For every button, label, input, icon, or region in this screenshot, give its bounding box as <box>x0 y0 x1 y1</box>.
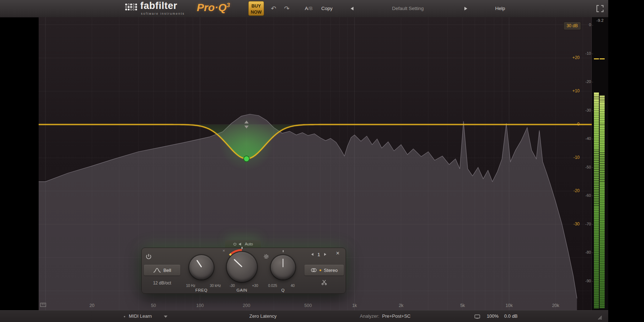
auto-gain-tab[interactable]: Auto <box>225 240 261 248</box>
undo-icon[interactable]: ↶ <box>271 5 276 13</box>
preset-next-icon[interactable] <box>464 7 467 10</box>
stereo-circles-icon <box>311 268 317 272</box>
freq-min-label: 10 Hz <box>181 284 200 288</box>
gain-knob[interactable] <box>227 252 257 282</box>
meter-scale-tick <box>592 281 593 282</box>
midi-learn-dot <box>124 316 125 317</box>
gain-knob-pointer <box>234 259 243 268</box>
meter-peak-hold-left <box>594 58 599 59</box>
midi-learn-caret-icon[interactable] <box>164 316 167 318</box>
meter-scale-tick <box>592 82 593 82</box>
help-button[interactable]: Help <box>492 5 509 12</box>
gain-max-label: +30 <box>245 284 265 288</box>
auto-gain-label: Auto <box>245 242 253 246</box>
gain-knob-x-marker: × <box>223 248 225 253</box>
analyzer-mode-button[interactable]: Pre+Post+SC <box>382 311 411 322</box>
ab-toggle[interactable]: A/B <box>305 5 313 12</box>
buy-now-button[interactable]: BUYNOW <box>248 1 264 16</box>
fabfilter-logo-icon <box>125 4 137 11</box>
meter-scale-tick <box>592 54 593 54</box>
gain-title: GAIN <box>231 288 253 292</box>
fullscreen-icon[interactable] <box>596 5 604 13</box>
q-top-tick <box>283 250 284 252</box>
product-logo: Pro·Q3 <box>197 1 230 14</box>
brand-tagline: software instruments <box>141 12 185 15</box>
meter-bar-left[interactable] <box>594 92 599 308</box>
preset-name[interactable]: Default Setting <box>372 5 444 12</box>
meter-scale-tick <box>592 111 593 111</box>
resize-grip-icon[interactable] <box>596 314 602 320</box>
title-bar: fabfilter software instruments Pro·Q3 BU… <box>0 0 608 18</box>
q-min-label: 0.025 <box>263 284 282 288</box>
latency-mode-button[interactable]: Zero Latency <box>236 311 290 322</box>
freq-knob[interactable] <box>189 255 214 279</box>
brand-name: fabfilter <box>140 0 177 11</box>
band-1-handle[interactable] <box>244 156 249 162</box>
power-icon <box>233 242 237 246</box>
meter-scale-tick <box>592 167 593 168</box>
meter-scale-tick <box>592 224 593 225</box>
output-gain-value[interactable]: 0.0 dB <box>502 311 519 322</box>
meter-scale-tick <box>592 253 593 253</box>
band-panel-body: Bell 12 dB/oct 10 Hz 30 kHz FREQ × -30 +… <box>141 248 346 294</box>
speaker-icon <box>239 242 243 246</box>
band-glow <box>220 117 273 170</box>
band-power-button[interactable] <box>145 253 152 260</box>
freq-max-label: 30 kHz <box>206 284 225 288</box>
q-knob[interactable] <box>271 255 295 279</box>
meter-peak-readout: -9.2 <box>592 18 608 23</box>
bottom-bar: MIDI Learn Zero Latency Analyzer: Pre+Po… <box>0 310 608 322</box>
q-knob-pointer <box>283 259 284 267</box>
band-settings-panel: Auto Bell 12 dB/oct 10 Hz 30 kHz FREQ <box>141 240 346 294</box>
filter-slope-dropdown[interactable]: 12 dB/oct <box>144 280 180 286</box>
midi-learn-button[interactable]: MIDI Learn <box>129 311 152 322</box>
stereo-placement-dropdown[interactable]: Stereo <box>304 265 344 275</box>
stereo-accent-dot <box>319 269 321 271</box>
pro-q3-window: fabfilter software instruments Pro·Q3 BU… <box>0 0 644 322</box>
preset-prev-icon[interactable] <box>351 7 353 10</box>
ui-scale-value[interactable]: 100% <box>485 311 501 322</box>
q-max-label: 40 <box>283 284 302 288</box>
bell-curve-icon <box>153 268 161 273</box>
meter-scale-tick <box>592 196 593 196</box>
close-panel-button[interactable]: × <box>336 250 340 257</box>
stereo-label: Stereo <box>324 268 337 273</box>
filter-shape-dropdown[interactable]: Bell <box>144 265 180 275</box>
redo-icon[interactable]: ↷ <box>284 5 289 13</box>
freq-title: FREQ <box>191 288 212 292</box>
gain-q-link-gear-icon[interactable] <box>263 254 269 259</box>
display-range-button[interactable]: 30 dB <box>564 22 581 30</box>
gain-min-label: -30 <box>223 284 242 288</box>
display-scale-icon[interactable] <box>474 314 480 319</box>
meter-bar-right[interactable] <box>600 95 605 308</box>
q-title: Q <box>272 288 294 292</box>
piano-display-toggle-icon[interactable] <box>40 302 47 308</box>
meter-peak-hold-right <box>600 58 605 59</box>
freq-knob-pointer <box>196 260 202 267</box>
scissors-icon[interactable] <box>321 279 327 285</box>
copy-button[interactable]: Copy <box>321 5 333 12</box>
gain-zero-tick <box>241 247 243 249</box>
meter-scale-tick <box>592 25 593 25</box>
band-number: 1 <box>316 252 322 257</box>
prev-band-icon[interactable] <box>311 253 313 256</box>
analyzer-label: Analyzer: <box>343 311 379 322</box>
next-band-icon[interactable] <box>324 253 326 256</box>
filter-shape-label: Bell <box>164 268 171 273</box>
output-level-meter[interactable]: -9.2 <box>592 17 608 310</box>
meter-scale-tick <box>592 139 593 139</box>
